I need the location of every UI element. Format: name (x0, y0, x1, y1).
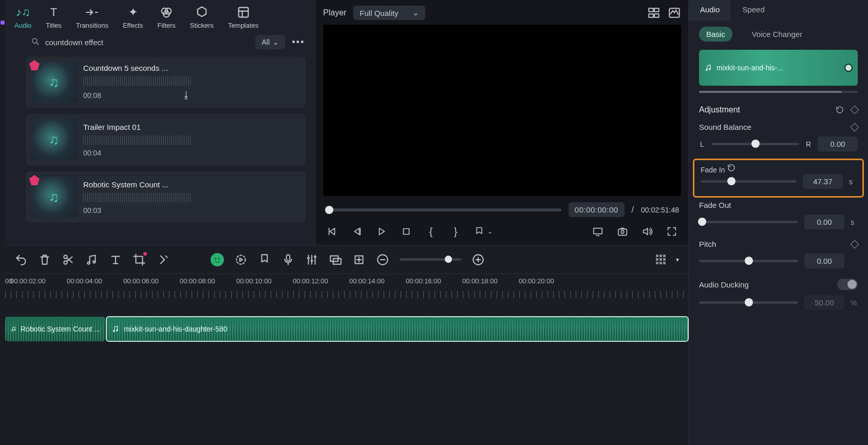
audio-clip[interactable]: Robotic System Count ... (5, 317, 105, 341)
clip-preview-bar[interactable] (699, 91, 858, 93)
marker-button[interactable] (258, 253, 271, 266)
svg-point-17 (93, 261, 95, 263)
keyframe-icon[interactable] (851, 123, 859, 131)
slider-knob[interactable] (698, 218, 706, 226)
render-button[interactable] (234, 253, 248, 266)
video-viewport[interactable] (323, 25, 681, 196)
svg-rect-3 (238, 8, 248, 17)
rtab-speed[interactable]: Speed (731, 0, 776, 21)
play-button[interactable] (375, 225, 388, 238)
snapshot-button[interactable] (616, 225, 629, 238)
pitch-slider[interactable] (699, 260, 798, 262)
search-input[interactable] (45, 38, 250, 47)
more-button[interactable]: ••• (290, 37, 307, 48)
slider-knob[interactable] (751, 140, 760, 148)
balance-value[interactable]: 0.00 (818, 137, 858, 151)
filter-dropdown[interactable]: All⌄ (255, 35, 285, 49)
layout-grid-icon[interactable] (647, 7, 661, 18)
delete-button[interactable] (38, 253, 51, 266)
ducking-value[interactable]: 50.00 (804, 295, 844, 310)
scrub-bar[interactable] (325, 208, 561, 211)
timeline-tracks[interactable]: Robotic System Count ... mixkit-sun-and-… (5, 298, 688, 445)
slider-knob[interactable] (745, 298, 753, 306)
zoom-out-button[interactable] (376, 253, 389, 266)
volume-button[interactable] (641, 225, 653, 238)
asset-duration: 00:03 (83, 206, 101, 215)
stop-button[interactable] (400, 225, 412, 238)
chevron-down-icon: ⌄ (273, 38, 279, 46)
search-row: All⌄ ••• (5, 32, 316, 49)
download-icon[interactable]: ⭳ (182, 90, 191, 101)
asset-title: Countdown 5 seconds ... (83, 64, 300, 72)
chevron-down-icon: ⌄ (412, 8, 419, 17)
keyframe-icon[interactable] (851, 106, 859, 114)
ruler-label: 00:00:16:00 (406, 277, 462, 285)
clip-preview: mixkit-sun-and-his-... (699, 50, 858, 86)
playhead-marker-icon (844, 64, 853, 72)
keyframe-icon[interactable] (851, 240, 859, 248)
more-tools-button[interactable] (156, 253, 169, 266)
crop-button[interactable] (133, 253, 146, 266)
zoom-knob[interactable] (445, 256, 452, 263)
time-current[interactable]: 00:00:00:00 (569, 202, 625, 217)
expand-track-button[interactable] (352, 253, 366, 266)
slider-knob[interactable] (727, 177, 735, 185)
asset-item[interactable]: ♫ Countdown 5 seconds ... 00:08⭳ (26, 56, 306, 108)
fullscreen-button[interactable] (666, 225, 678, 238)
subtab-basic[interactable]: Basic (699, 27, 732, 42)
audio-clip-selected[interactable]: mixkit-sun-and-his-daughter-580 (106, 317, 688, 341)
step-back-button[interactable] (351, 225, 363, 238)
fade-in-value[interactable]: 47.37 (803, 174, 843, 189)
split-button[interactable] (62, 253, 75, 266)
timeline-ruler[interactable]: 00 00:00:02:00 00:00:04:00 00:00:06:00 0… (5, 274, 688, 298)
audio-detach-button[interactable] (85, 253, 99, 266)
asset-item[interactable]: ♫ Trailer Impact 01 00:04 (26, 114, 306, 165)
zoom-slider[interactable] (400, 258, 461, 261)
tab-stickers[interactable]: Stickers (190, 3, 214, 29)
ducking-toggle[interactable] (837, 279, 858, 290)
mixer-button[interactable] (305, 253, 318, 266)
mark-out-button[interactable]: } (449, 225, 462, 238)
pitch-value[interactable]: 0.00 (804, 254, 844, 268)
fade-out-slider[interactable] (699, 221, 798, 223)
mark-in-button[interactable]: { (425, 225, 437, 238)
subtab-voice-changer[interactable]: Voice Changer (745, 27, 809, 42)
fade-out-value[interactable]: 0.00 (804, 215, 844, 229)
adjustment-layer-button[interactable] (329, 253, 342, 266)
chevron-down-icon[interactable]: ▾ (676, 256, 679, 263)
prev-frame-button[interactable] (326, 225, 338, 238)
slider-knob[interactable] (745, 257, 753, 265)
balance-slider[interactable] (711, 143, 799, 145)
chevron-down-icon: ⌄ (487, 228, 493, 235)
unit-label: % (851, 299, 858, 307)
tab-audio[interactable]: ♪♫Audio (14, 3, 31, 29)
scopes-icon[interactable] (668, 7, 681, 18)
scrub-knob[interactable] (325, 206, 333, 214)
rtab-audio[interactable]: Audio (689, 0, 731, 21)
voiceover-button[interactable] (281, 253, 295, 266)
quality-label: Full Quality (360, 9, 398, 17)
marker-dropdown[interactable]: ⌄ (474, 226, 493, 237)
asset-item[interactable]: ♫ Robotic System Count ... 00:03 (26, 171, 306, 223)
asset-list[interactable]: ♫ Countdown 5 seconds ... 00:08⭳ ♫ Trail… (5, 49, 316, 229)
quality-dropdown[interactable]: Full Quality⌄ (353, 6, 425, 20)
tab-transitions[interactable]: Transitions (76, 3, 108, 29)
asset-thumb: ♫ (31, 119, 77, 160)
properties-panel: Audio Speed Basic Voice Changer mixkit-s… (688, 0, 868, 445)
ducking-slider[interactable] (699, 301, 798, 304)
music-note-icon: ♫ (49, 189, 59, 205)
fade-in-slider[interactable] (701, 180, 797, 183)
tab-effects[interactable]: ✦Effects (123, 3, 143, 29)
text-button[interactable] (109, 253, 122, 266)
undo-button[interactable] (14, 253, 28, 266)
tab-templates[interactable]: Templates (228, 3, 258, 29)
zoom-in-button[interactable] (471, 253, 485, 266)
reset-icon[interactable] (835, 105, 844, 114)
display-button[interactable] (592, 225, 604, 238)
tab-filters[interactable]: Filters (157, 3, 175, 29)
ai-button[interactable] (211, 253, 224, 266)
reset-icon[interactable] (727, 163, 736, 172)
track-view-button[interactable] (656, 255, 666, 264)
tab-titles[interactable]: TTitles (46, 3, 62, 29)
param-label: Pitch (699, 240, 716, 248)
